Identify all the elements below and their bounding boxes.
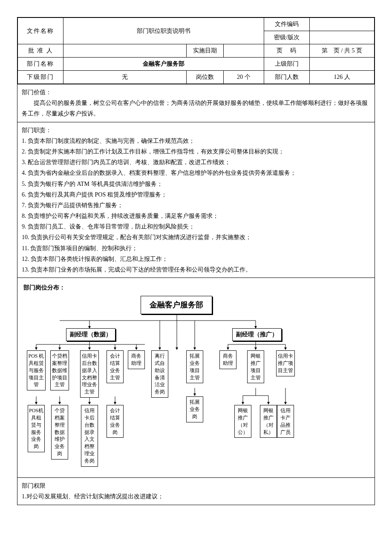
dept-name-value: 金融客户服务部 [63, 58, 264, 71]
duty-item: 7. 负责为银行产品提供销售推广服务； [22, 200, 370, 211]
org-left-col-1: 个贷档案整理数据维护项目主管 [50, 350, 69, 390]
file-code-value [310, 18, 375, 31]
org-mid-col: 拓展业务项目主管 [186, 350, 203, 383]
org-left-col-4: 商务助理 [128, 350, 145, 369]
duty-item: 9. 负责部门员工、设备、仓库等日常管理，防止和控制风险损失； [22, 221, 370, 232]
secrecy-label: 密级/版次 [264, 31, 310, 44]
duty-item: 5. 负责为银行客户的 ATM 等机具提供清洁维护服务； [22, 179, 370, 189]
org-right-sub-2: 信用卡产品推广员 [277, 405, 294, 438]
duty-item: 12. 负责本部门各类统计报表的编制、汇总和上报工作； [22, 254, 370, 264]
duty-item: 11. 负责部门预算项目的编制、控制和执行； [22, 243, 370, 254]
duties-title: 部门职责： [22, 125, 370, 136]
org-right-col-0: 商务助理 [219, 350, 236, 369]
headcount-value: 126 人 [310, 71, 375, 84]
duty-item: 13. 负责本部门业务的市场拓展，完成公司下达的经营管理任务和公司领导交办的工作… [22, 264, 370, 275]
duty-item: 8. 负责维护公司客户利益和关系，持续改进服务质量，满足客户服务需求； [22, 211, 370, 221]
file-name-value: 部门职位职责说明书 [63, 18, 264, 44]
parent-dept-label: 上级部门 [264, 58, 310, 71]
duty-item: 10. 负责执行公司有关安全管理规定，配合有关部门对实施情况进行监督，并实施整改… [22, 232, 370, 243]
file-name-label: 文件名称 [18, 18, 63, 44]
page-value: 第 页 / 共 5 页 [310, 44, 375, 58]
value-section: 部门价值： 提高公司的服务质量，树立公司在客户心中的信誉；为商务活动的开展做好服… [17, 84, 375, 122]
org-right-sub-1: 网银推广（对私） [260, 405, 277, 438]
dept-name-label: 部门名称 [18, 58, 63, 71]
org-chart: 金融客户服务部 副经理（数据） 副经理（推广） POS 机具租赁与服务项目主管 … [19, 294, 373, 473]
org-chart-title: 部门岗位分布： [19, 282, 373, 294]
org-left-sub-3: 会计结算业务岗 [107, 405, 124, 438]
parent-dept-value [310, 58, 375, 71]
duty-item: 6. 负责为银行及其商户提供 POS 租赁及维护管理服务； [22, 189, 370, 200]
positions-label: 岗位数 [186, 71, 223, 84]
org-left-col-0: POS 机具租赁与服务项目主管 [27, 350, 46, 390]
header-table: 文件名称 部门职位职责说明书 文件编码 密级/版次 批 准 人 实施日期 页 码… [17, 17, 375, 84]
file-code-label: 文件编码 [264, 18, 310, 31]
org-mid-sub: 拓展业务岗 [186, 396, 203, 422]
duty-item: 3. 配合运营管理部进行部门内员工的培训、考核、激励和配置，改进工作绩效； [22, 157, 370, 168]
duty-item: 1. 负责本部门制度流程的制定、实施与完善，确保工作规范高效； [22, 136, 370, 146]
org-mgr-right: 副经理（推广） [232, 328, 282, 341]
duty-item: 2. 负责制定并实施本部门的工作计划及工作目标，增强工作指导性，有效支撑公司整体… [22, 146, 370, 157]
headcount-label: 部门人数 [264, 71, 310, 84]
org-left-sub-1: 个贷档案整理数据维护业务岗 [51, 405, 68, 460]
org-left-sub-0: POS机具租赁与服务业务岗 [28, 405, 45, 452]
org-mgr-left: 副经理（数据） [66, 328, 115, 341]
sub-dept-value: 无 [63, 71, 187, 84]
org-chart-lines [19, 294, 373, 473]
org-chart-section: 部门岗位分布： [17, 278, 375, 477]
org-right-sub-0: 网银推广（对公） [234, 405, 251, 438]
authority-item: 1.对公司发展规划、经营计划实施情况提出改进建议； [22, 493, 164, 500]
authority-section: 部门权限 1.对公司发展规划、经营计划实施情况提出改进建议； [17, 477, 375, 504]
approver-value [63, 44, 187, 58]
duty-item: 4. 负责为省内金融企业后台的数据录入、档案资料整理、客户信息维护等的外包业务提… [22, 168, 370, 178]
org-left-col-5: 离行式自助设备清洁业务岗 [151, 350, 168, 398]
impl-date-value [223, 44, 264, 58]
secrecy-value [310, 31, 375, 44]
org-left-sub-2: 信用卡后台数据录入文档整理业务岗 [81, 405, 98, 466]
org-right-col-2: 信用卡推广项目主管 [276, 350, 295, 376]
org-left-col-2: 信用卡后台数据录入文档整理业务主管 [80, 350, 99, 398]
org-root: 金融客户服务部 [141, 296, 212, 314]
authority-title: 部门权限 [22, 483, 46, 489]
document-frame: 文件名称 部门职位职责说明书 文件编码 密级/版次 批 准 人 实施日期 页 码… [17, 17, 375, 505]
org-left-col-3: 会计结算业务主管 [107, 350, 124, 383]
value-body: 提高公司的服务质量，树立公司在客户心中的信誉；为商务活动的开展做好服务的铺垫，使… [22, 98, 370, 119]
positions-value: 20 个 [223, 71, 264, 84]
impl-date-label: 实施日期 [186, 44, 223, 58]
page-label: 页 码 [264, 44, 310, 58]
approver-label: 批 准 人 [18, 44, 63, 58]
org-right-col-1: 网银推广项目主管 [247, 350, 264, 383]
value-title: 部门价值： [22, 87, 370, 98]
sub-dept-label: 下级部门 [18, 71, 63, 84]
duties-list: 1. 负责本部门制度流程的制定、实施与完善，确保工作规范高效； 2. 负责制定并… [22, 136, 370, 275]
duties-section: 部门职责： 1. 负责本部门制度流程的制定、实施与完善，确保工作规范高效； 2.… [17, 122, 375, 278]
